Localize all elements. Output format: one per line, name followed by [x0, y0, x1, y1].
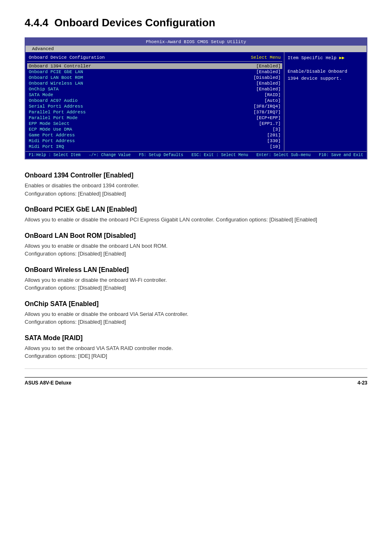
doc-section-heading: OnChip SATA [Enabled] — [25, 300, 367, 308]
bios-row-value: [Enabled] — [256, 64, 281, 69]
page-title: 4.4.4 Onboard Devices Configuration — [25, 16, 367, 29]
bios-row-value: [330] — [267, 138, 281, 143]
bios-row-value: [10] — [270, 144, 281, 149]
bios-row-value: [Disabled] — [254, 75, 281, 80]
doc-section: OnBoard Wireless LAN [Enabled] Allows yo… — [25, 266, 367, 292]
bios-rows: Onboard 1394 Controller[Enabled]Onboard … — [27, 63, 282, 150]
bios-row[interactable]: Game Port Address[201] — [27, 132, 282, 138]
bios-row-label: ECP MOde Use DMA — [29, 127, 72, 132]
doc-section-body: Allows you to enable or disable the onbo… — [25, 216, 367, 224]
bios-row-label: Midi Port Address — [29, 138, 75, 143]
bios-row[interactable]: OnChip SATA[Enabled] — [27, 86, 282, 92]
bios-row[interactable]: Serial Port1 Address[3F8/IRQ4] — [27, 104, 282, 109]
doc-section: SATA Mode [RAID] Allows you to set the o… — [25, 334, 367, 360]
doc-section-heading: SATA Mode [RAID] — [25, 334, 367, 342]
bios-row-label: Game Port Address — [29, 133, 75, 138]
bios-row[interactable]: Midi Port Address[330] — [27, 138, 282, 144]
bios-row-label: Onboard 1394 Controller — [29, 64, 91, 69]
doc-section: OnBoard LAN Boot ROM [Disabled] Allows y… — [25, 232, 367, 258]
bios-row-label: Parallel Port Mode — [29, 115, 78, 120]
doc-section-heading: OnBoard Wireless LAN [Enabled] — [25, 266, 367, 274]
bios-row[interactable]: Parallel Port Mode[ECP+EPP] — [27, 115, 282, 121]
page-divider — [25, 368, 367, 369]
bios-row-value: [Enabled] — [256, 81, 281, 86]
bios-row-label: Parallel Port Address — [29, 110, 86, 115]
bios-row-label: Serial Port1 Address — [29, 104, 83, 109]
doc-section: OnBoard PCIEX GbE LAN [Enabled] Allows y… — [25, 206, 367, 224]
bios-row[interactable]: ECP MOde Use DMA[3] — [27, 127, 282, 132]
bios-row-value: [Auto] — [264, 98, 281, 103]
bios-row-value: [201] — [267, 133, 281, 138]
bios-row-label: Midi Port IRQ — [29, 144, 64, 149]
doc-section-body: Allows you to enable or disable the onbo… — [25, 242, 367, 258]
bios-row-value: [RAID] — [264, 92, 281, 97]
bios-row-label: Onboard LAN Boot ROM — [29, 75, 83, 80]
bios-help-text: Item Specific Help ▶▶ Enable/Disable Onb… — [288, 55, 363, 82]
bios-row[interactable]: Parallel Port Address[378/IRQ7] — [27, 109, 282, 115]
doc-section-heading: Onboard 1394 Controller [Enabled] — [25, 172, 367, 179]
bios-row-value: [Enabled] — [256, 87, 281, 92]
bios-row[interactable]: Onboard 1394 Controller[Enabled] — [27, 63, 282, 69]
doc-section-body: Allows you to set the onboard VIA SATA R… — [25, 344, 367, 360]
bios-row-label: EPP Mode Select — [29, 121, 69, 126]
bios-body: Onboard Device Configuration Select Menu… — [25, 52, 367, 151]
bios-footer-left: F1:Help : Select Item -/+: Change Value … — [29, 153, 183, 157]
bios-row-label: SATA Mode — [29, 92, 53, 97]
doc-sections: Onboard 1394 Controller [Enabled] Enable… — [25, 172, 367, 360]
bios-main-panel: Onboard Device Configuration Select Menu… — [25, 52, 284, 151]
bios-help-panel: Item Specific Help ▶▶ Enable/Disable Onb… — [284, 52, 367, 151]
bios-row-value: [3F8/IRQ4] — [254, 104, 281, 109]
doc-section: Onboard 1394 Controller [Enabled] Enable… — [25, 172, 367, 198]
doc-section-heading: OnBoard LAN Boot ROM [Disabled] — [25, 232, 367, 240]
bios-row-label: Onboard PCIE GbE LAN — [29, 69, 83, 74]
bios-row[interactable]: SATA Mode[RAID] — [27, 92, 282, 98]
bios-title-bar: Phoenix-Award BIOS CMOS Setup Utility — [25, 38, 367, 46]
bios-row-value: [ECP+EPP] — [256, 115, 281, 120]
bios-row-value: [EPP1.7] — [259, 121, 281, 126]
doc-section-body: Allows you to enable or disable the onbo… — [25, 276, 367, 292]
bios-menu-bar[interactable]: Advanced — [25, 46, 367, 52]
bios-row[interactable]: Onboard Wireless LAN[Enabled] — [27, 81, 282, 86]
bios-row-value: [Enabled] — [256, 69, 281, 74]
doc-section-heading: OnBoard PCIEX GbE LAN [Enabled] — [25, 206, 367, 213]
bios-row-label: Onboard Wireless LAN — [29, 81, 83, 86]
bios-screen: Phoenix-Award BIOS CMOS Setup Utility Ad… — [25, 37, 367, 159]
doc-section-body: Enables or disables the onboard 1394 con… — [25, 182, 367, 198]
bios-row-value: [3] — [272, 127, 281, 132]
bios-row[interactable]: EPP Mode Select[EPP1.7] — [27, 121, 282, 127]
bios-row-label: OnChip SATA — [29, 87, 59, 92]
bios-row[interactable]: Onboard PCIE GbE LAN[Enabled] — [27, 69, 282, 75]
doc-section-body: Allows you to enable or disable the onbo… — [25, 310, 367, 326]
page-footer: ASUS A8V-E Deluxe 4-23 — [25, 377, 367, 386]
bios-row-label: Onboard AC97 Audio — [29, 98, 78, 103]
doc-section: OnChip SATA [Enabled] Allows you to enab… — [25, 300, 367, 326]
bios-row[interactable]: Midi Port IRQ[10] — [27, 144, 282, 150]
bios-row-value: [378/IRQ7] — [254, 110, 281, 115]
bios-footer: F1:Help : Select Item -/+: Change Value … — [25, 151, 367, 159]
bios-footer-right: ESC: Exit : Select Menu Enter: Select Su… — [191, 153, 363, 157]
bios-section-header: Onboard Device Configuration Select Menu — [27, 54, 282, 62]
bios-row[interactable]: Onboard AC97 Audio[Auto] — [27, 98, 282, 104]
bios-row[interactable]: Onboard LAN Boot ROM[Disabled] — [27, 75, 282, 81]
